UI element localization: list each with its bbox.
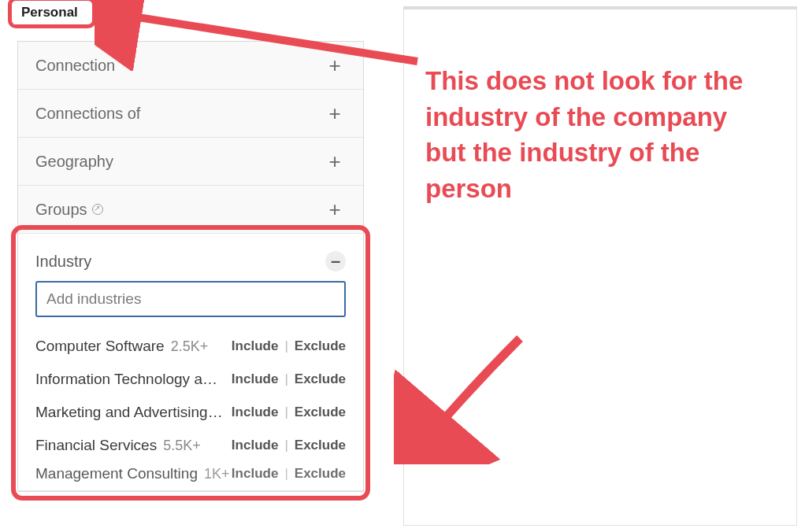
separator: | <box>284 338 288 354</box>
industry-suggestion-row[interactable]: Management Consulting 1K+ Include | Excl… <box>35 462 346 486</box>
industry-suggestion-row[interactable]: Computer Software 2.5K+ Include | Exclud… <box>35 330 346 363</box>
annotation-text: This does not look for the industry of t… <box>425 63 756 206</box>
collapse-icon[interactable]: – <box>325 251 346 272</box>
filter-industry-label: Industry <box>35 253 91 271</box>
suggestion-count: 5.5K+ <box>163 438 201 454</box>
industry-suggestion-row[interactable]: Financial Services 5.5K+ Include | Exclu… <box>35 429 346 462</box>
suggestion-name: Financial Services <box>35 437 157 454</box>
separator: | <box>284 438 288 453</box>
include-button[interactable]: Include <box>232 405 279 420</box>
separator: | <box>284 466 288 482</box>
suggestion-name: Information Technology and… <box>35 371 225 388</box>
include-button[interactable]: Include <box>232 371 279 387</box>
filter-industry: Industry – Computer Software 2.5K+ Inclu… <box>18 234 363 491</box>
plus-icon: + <box>324 55 346 76</box>
industry-suggestion-row[interactable]: Marketing and Advertising … Include | Ex… <box>35 396 346 429</box>
separator: | <box>284 405 288 420</box>
filter-connection[interactable]: Connection + <box>18 42 363 90</box>
exclude-button[interactable]: Exclude <box>295 338 346 354</box>
include-button[interactable]: Include <box>232 466 279 482</box>
include-button[interactable]: Include <box>232 338 279 354</box>
plus-icon: + <box>324 151 346 172</box>
suggestion-name: Computer Software <box>35 338 165 355</box>
filter-geography[interactable]: Geography + <box>18 138 363 186</box>
filter-geography-label: Geography <box>35 153 113 171</box>
exclude-button[interactable]: Exclude <box>295 466 346 482</box>
filter-industry-header[interactable]: Industry – <box>18 234 363 281</box>
plus-icon: + <box>324 103 346 124</box>
filter-groups-text: Groups <box>35 201 87 219</box>
suggestion-name: Marketing and Advertising … <box>35 404 225 421</box>
filter-connections-of[interactable]: Connections of + <box>18 90 363 138</box>
industry-input[interactable] <box>35 281 346 317</box>
plus-icon: + <box>324 199 346 220</box>
filter-connections-of-label: Connections of <box>35 105 140 123</box>
suggestion-name: Management Consulting <box>35 465 198 482</box>
suggestion-count: 1K+ <box>204 466 230 482</box>
external-link-icon <box>92 204 103 215</box>
filters-panel: Connection + Connections of + Geography … <box>17 41 364 492</box>
industry-suggestions: Computer Software 2.5K+ Include | Exclud… <box>18 327 363 490</box>
filter-groups-label: Groups <box>35 201 103 219</box>
filter-connection-label: Connection <box>35 57 115 75</box>
exclude-button[interactable]: Exclude <box>295 405 346 420</box>
exclude-button[interactable]: Exclude <box>295 371 346 387</box>
separator: | <box>284 371 288 387</box>
industry-suggestion-row[interactable]: Information Technology and… Include | Ex… <box>35 363 346 396</box>
filter-groups[interactable]: Groups + <box>18 186 363 234</box>
tab-personal[interactable]: Personal <box>13 2 86 24</box>
exclude-button[interactable]: Exclude <box>295 438 346 453</box>
include-button[interactable]: Include <box>232 438 279 453</box>
suggestion-count: 2.5K+ <box>171 338 209 355</box>
